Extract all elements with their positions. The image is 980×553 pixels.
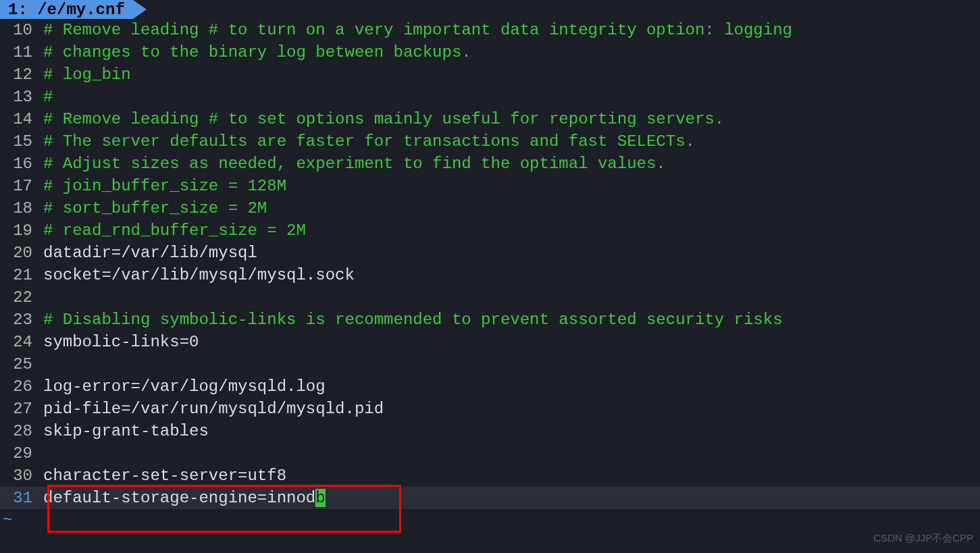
line-content bbox=[43, 286, 980, 309]
line-content bbox=[43, 353, 980, 375]
line-number: 10 bbox=[0, 19, 43, 41]
code-line[interactable]: 23# Disabling symbolic-links is recommen… bbox=[0, 309, 980, 331]
code-editor[interactable]: 10# Remove leading # to turn on a very i… bbox=[0, 19, 980, 509]
code-line[interactable]: 28skip-grant-tables bbox=[0, 420, 980, 442]
line-content: # join_buffer_size = 128M bbox=[43, 175, 980, 197]
tab-bar: 1: /e/my.cnf bbox=[0, 0, 980, 19]
line-number: 30 bbox=[0, 465, 43, 487]
code-line[interactable]: 11# changes to the binary log between ba… bbox=[0, 41, 980, 63]
line-number: 18 bbox=[0, 197, 43, 219]
code-line[interactable]: 19# read_rnd_buffer_size = 2M bbox=[0, 219, 980, 242]
line-number: 15 bbox=[0, 130, 43, 153]
line-content: default-storage-engine=innodb bbox=[43, 487, 980, 509]
code-line[interactable]: 24symbolic-links=0 bbox=[0, 331, 980, 353]
line-content: character-set-server=utf8 bbox=[43, 465, 980, 487]
code-line[interactable]: 25 bbox=[0, 353, 980, 375]
line-content: log-error=/var/log/mysqld.log bbox=[43, 375, 980, 398]
cursor: b bbox=[315, 489, 325, 507]
code-line[interactable]: 12# log_bin bbox=[0, 63, 980, 86]
line-content: # The server defaults are faster for tra… bbox=[43, 130, 980, 153]
line-content: # Disabling symbolic-links is recommende… bbox=[43, 309, 980, 331]
code-line[interactable]: 16# Adjust sizes as needed, experiment t… bbox=[0, 153, 980, 175]
line-number: 20 bbox=[0, 242, 43, 264]
code-line[interactable]: 21socket=/var/lib/mysql/mysql.sock bbox=[0, 264, 980, 286]
code-line[interactable]: 18# sort_buffer_size = 2M bbox=[0, 197, 980, 219]
line-number: 23 bbox=[0, 309, 43, 331]
line-content: pid-file=/var/run/mysqld/mysqld.pid bbox=[43, 398, 980, 420]
code-line[interactable]: 20datadir=/var/lib/mysql bbox=[0, 242, 980, 264]
line-content bbox=[43, 442, 980, 465]
line-content: # changes to the binary log between back… bbox=[43, 41, 980, 63]
line-content: socket=/var/lib/mysql/mysql.sock bbox=[43, 264, 980, 286]
line-number: 17 bbox=[0, 175, 43, 197]
line-number: 26 bbox=[0, 375, 43, 398]
code-line[interactable]: 27pid-file=/var/run/mysqld/mysqld.pid bbox=[0, 398, 980, 420]
line-number: 11 bbox=[0, 41, 43, 63]
code-line[interactable]: 14# Remove leading # to set options main… bbox=[0, 108, 980, 130]
code-line[interactable]: 30character-set-server=utf8 bbox=[0, 465, 980, 487]
file-tab[interactable]: 1: /e/my.cnf bbox=[0, 0, 133, 19]
code-line[interactable]: 17# join_buffer_size = 128M bbox=[0, 175, 980, 197]
line-number: 31 bbox=[0, 487, 43, 509]
line-number: 29 bbox=[0, 442, 43, 465]
line-number: 27 bbox=[0, 398, 43, 420]
line-content: skip-grant-tables bbox=[43, 420, 980, 442]
line-number: 25 bbox=[0, 353, 43, 375]
line-number: 24 bbox=[0, 331, 43, 353]
tab-label: 1: /e/my.cnf bbox=[8, 0, 125, 21]
code-line[interactable]: 22 bbox=[0, 286, 980, 309]
line-number: 28 bbox=[0, 420, 43, 442]
watermark-label: CSDN @JJP不会CPP bbox=[873, 527, 973, 549]
code-line[interactable]: 26log-error=/var/log/mysqld.log bbox=[0, 375, 980, 398]
tilde-marker: ~ bbox=[0, 509, 980, 531]
line-content: # Remove leading # to set options mainly… bbox=[43, 108, 980, 130]
code-line[interactable]: 13# bbox=[0, 86, 980, 108]
line-content: # bbox=[43, 86, 980, 108]
line-content: # sort_buffer_size = 2M bbox=[43, 197, 980, 219]
line-content: datadir=/var/lib/mysql bbox=[43, 242, 980, 264]
line-number: 16 bbox=[0, 153, 43, 175]
line-content: # read_rnd_buffer_size = 2M bbox=[43, 219, 980, 242]
code-line[interactable]: 29 bbox=[0, 442, 980, 465]
line-number: 21 bbox=[0, 264, 43, 286]
line-number: 19 bbox=[0, 219, 43, 242]
line-content: symbolic-links=0 bbox=[43, 331, 980, 353]
line-content: # Adjust sizes as needed, experiment to … bbox=[43, 153, 980, 175]
line-number: 13 bbox=[0, 86, 43, 108]
line-content: # Remove leading # to turn on a very imp… bbox=[43, 19, 980, 41]
line-content: # log_bin bbox=[43, 63, 980, 86]
line-number: 22 bbox=[0, 286, 43, 309]
line-number: 14 bbox=[0, 108, 43, 130]
code-line[interactable]: 15# The server defaults are faster for t… bbox=[0, 130, 980, 153]
code-line[interactable]: 10# Remove leading # to turn on a very i… bbox=[0, 19, 980, 41]
code-line[interactable]: 31default-storage-engine=innodb bbox=[0, 487, 980, 509]
line-number: 12 bbox=[0, 63, 43, 86]
